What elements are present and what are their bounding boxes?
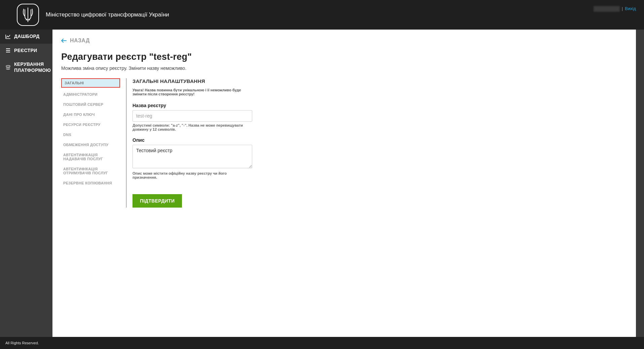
tab-access[interactable]: ОБМЕЖЕННЯ ДОСТУПУ: [61, 141, 120, 148]
sidebar-item-dashboard[interactable]: ДАШБОРД: [0, 30, 52, 44]
page-subtitle: Можлива зміна опису реєстру. Змінити наз…: [61, 66, 627, 71]
logo: [17, 4, 39, 26]
sidebar-item-label: РЕЄСТРИ: [14, 48, 37, 54]
tab-nav: ЗАГАЛЬНІ АДМІНІСТРАТОРИ ПОШТОВИЙ СЕРВЕР …: [61, 78, 120, 208]
footer: All Rights Reserved.: [0, 337, 644, 349]
tab-resources[interactable]: РЕСУРСИ РЕЄСТРУ: [61, 121, 120, 128]
tab-general[interactable]: ЗАГАЛЬНІ: [61, 78, 120, 88]
desc-hint: Опис може містити офіційну назву реєстру…: [132, 171, 252, 179]
svg-point-0: [6, 65, 10, 67]
registry-name-input: [132, 110, 252, 122]
section-title: ЗАГАЛЬНІ НАЛАШТУВАННЯ: [132, 78, 252, 84]
trident-icon: [22, 7, 34, 23]
divider: [126, 78, 126, 208]
header-left: Міністерство цифрової трансформації Укра…: [17, 4, 169, 26]
tab-mail-server[interactable]: ПОШТОВИЙ СЕРВЕР: [61, 101, 120, 108]
description-textarea[interactable]: [132, 145, 252, 168]
submit-button[interactable]: ПІДТВЕРДИТИ: [132, 194, 182, 208]
chart-icon: [5, 34, 11, 39]
arrow-left-icon: [61, 38, 67, 43]
body: ДАШБОРД РЕЄСТРИ КЕРУВАННЯ ПЛАТФОРМОЮ НАЗ…: [0, 30, 644, 337]
footer-text: All Rights Reserved.: [5, 341, 39, 345]
sidebar-item-label: КЕРУВАННЯ ПЛАТФОРМОЮ: [14, 61, 51, 73]
name-hint: Допустимі символи: "a-z", "-". Назва не …: [132, 123, 252, 131]
page-title: Редагувати реєстр "test-reg": [61, 52, 627, 62]
tab-auth-recipients[interactable]: АВТЕНТИФІКАЦІЯ ОТРИМУВАЧІВ ПОСЛУГ: [61, 166, 120, 176]
logout-link[interactable]: Вихід: [625, 6, 636, 11]
back-label: НАЗАД: [70, 38, 90, 44]
sidebar: ДАШБОРД РЕЄСТРИ КЕРУВАННЯ ПЛАТФОРМОЮ: [0, 30, 52, 337]
tab-layout: ЗАГАЛЬНІ АДМІНІСТРАТОРИ ПОШТОВИЙ СЕРВЕР …: [61, 78, 627, 208]
list-icon: [5, 48, 11, 53]
separator: |: [622, 6, 623, 11]
content: НАЗАД Редагувати реєстр "test-reg" Можли…: [52, 30, 636, 337]
tab-key-data[interactable]: ДАНІ ПРО КЛЮЧ: [61, 111, 120, 118]
sidebar-item-registries[interactable]: РЕЄСТРИ: [0, 44, 52, 58]
desc-label: Опис: [132, 137, 252, 143]
user-name: username: [594, 6, 620, 12]
sidebar-item-platform[interactable]: КЕРУВАННЯ ПЛАТФОРМОЮ: [0, 57, 52, 77]
header-right: username | Вихід: [594, 6, 636, 12]
header: Міністерство цифрової трансформації Укра…: [0, 0, 644, 30]
tab-backup[interactable]: РЕЗЕРВНЕ КОПІЮВАННЯ: [61, 180, 120, 186]
tab-dns[interactable]: DNS: [61, 131, 120, 138]
back-link[interactable]: НАЗАД: [61, 38, 90, 44]
tab-administrators[interactable]: АДМІНІСТРАТОРИ: [61, 91, 120, 98]
name-label: Назва реєстру: [132, 103, 252, 108]
warning-text: Увага! Назва повинна бути унікальною і ї…: [132, 88, 252, 96]
header-title: Міністерство цифрової трансформації Укра…: [46, 11, 169, 18]
form: ЗАГАЛЬНІ НАЛАШТУВАННЯ Увага! Назва повин…: [132, 78, 252, 208]
stack-icon: [5, 65, 11, 70]
tab-auth-providers[interactable]: АВТЕНТИФІКАЦІЯ НАДАВАЧІВ ПОСЛУГ: [61, 151, 120, 162]
sidebar-item-label: ДАШБОРД: [14, 34, 40, 40]
